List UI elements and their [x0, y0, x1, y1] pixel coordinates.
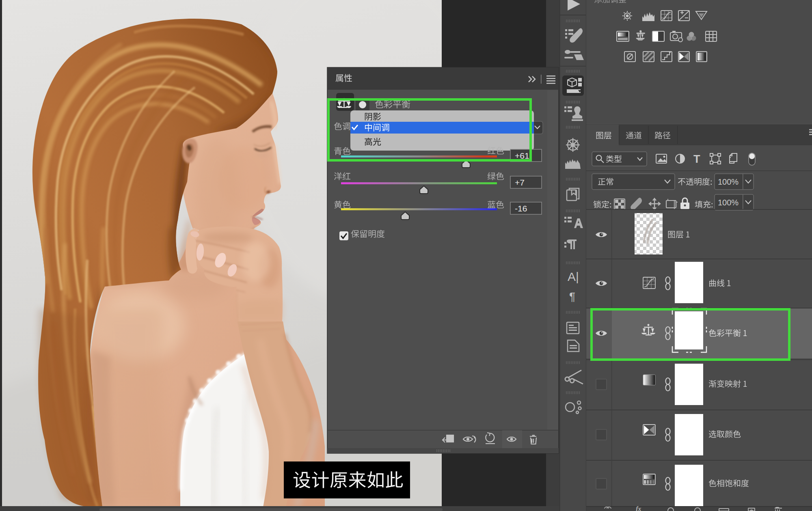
svg-text:+61: +61 — [515, 151, 529, 160]
svg-text:T: T — [693, 153, 700, 165]
svg-text:fx: fx — [636, 505, 641, 511]
svg-text:-16: -16 — [515, 204, 527, 213]
svg-text:¶: ¶ — [569, 290, 575, 303]
svg-text:+7: +7 — [515, 178, 525, 187]
svg-text:100%: 100% — [718, 198, 739, 207]
svg-text:100%: 100% — [718, 177, 739, 186]
svg-text:A|: A| — [568, 270, 579, 283]
